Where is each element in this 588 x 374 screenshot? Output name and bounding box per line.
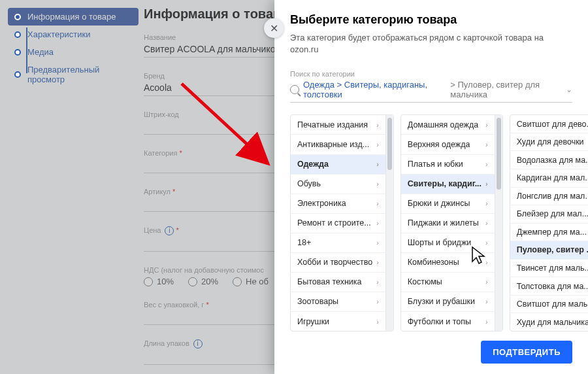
category-item[interactable]: Антикварные изд...› [291, 135, 385, 154]
confirm-button[interactable]: ПОДТВЕРДИТЬ [481, 341, 572, 364]
category-item[interactable]: Лонгслив для мал...› [510, 188, 588, 206]
category-item[interactable]: Худи для девочки› [510, 133, 588, 152]
category-item[interactable]: Электроника› [291, 194, 385, 214]
chevron-right-icon: › [485, 180, 488, 188]
chevron-right-icon: › [485, 318, 488, 326]
category-item[interactable]: Обувь› [291, 175, 385, 194]
category-item[interactable]: Джемпер для ма...› [510, 224, 588, 242]
category-search-input[interactable]: Одежда > Свитеры, кардиганы, толстовки >… [290, 80, 572, 103]
chevron-right-icon: › [376, 318, 379, 326]
breadcrumb: Одежда > Свитеры, кардиганы, толстовки [303, 80, 446, 99]
chevron-right-icon: › [376, 199, 379, 207]
category-item[interactable]: Твинсет для маль...› [510, 260, 588, 278]
category-item[interactable]: Костюмы› [401, 273, 495, 292]
category-item[interactable]: Хобби и творчество› [291, 253, 385, 273]
chevron-right-icon: › [376, 180, 379, 188]
chevron-right-icon: › [485, 160, 488, 168]
scrollbar[interactable] [385, 115, 393, 331]
chevron-right-icon: › [376, 160, 379, 168]
category-item[interactable]: Печатные издания› [291, 115, 385, 135]
category-item[interactable]: Блузки и рубашки› [401, 292, 495, 312]
category-column-1: Печатные издания›Антикварные изд...›Одеж… [290, 114, 394, 332]
category-item[interactable]: Домашняя одежда› [401, 115, 495, 135]
close-button[interactable]: ✕ [264, 18, 284, 38]
search-icon [290, 85, 299, 94]
chevron-right-icon: › [485, 298, 488, 305]
category-item[interactable]: Одежда› [291, 155, 385, 175]
chevron-right-icon: › [376, 121, 379, 129]
modal-title: Выберите категорию товара [290, 13, 572, 27]
chevron-right-icon: › [485, 258, 488, 266]
chevron-right-icon: › [376, 239, 379, 246]
category-item[interactable]: 18+› [291, 233, 385, 253]
category-item[interactable]: Комбинезоны› [401, 253, 495, 273]
category-item[interactable]: Свитшот для дево...› [510, 115, 588, 133]
chevron-right-icon: › [485, 278, 488, 286]
chevron-right-icon: › [485, 239, 488, 246]
chevron-right-icon: › [376, 141, 379, 148]
category-item[interactable]: Кардиган для мал...› [510, 169, 588, 188]
category-item[interactable]: Ремонт и строите...› [291, 214, 385, 233]
chevron-right-icon: › [485, 141, 488, 148]
category-item[interactable]: Свитшот для маль...› [510, 296, 588, 314]
chevron-right-icon: › [376, 219, 379, 227]
step-dot-icon [14, 49, 21, 56]
category-item[interactable]: Худи для мальчика› [510, 313, 588, 331]
category-item[interactable]: Толстовка для ма...› [510, 277, 588, 296]
close-icon: ✕ [270, 22, 278, 35]
category-item[interactable]: Водолазка для ма...› [510, 151, 588, 169]
chevron-right-icon: › [376, 258, 379, 266]
step-dot-icon [14, 31, 21, 38]
category-item[interactable]: Свитеры, кардиг...› [401, 175, 495, 194]
chevron-right-icon: › [376, 298, 379, 305]
category-item[interactable]: Пиджаки и жилеты› [401, 214, 495, 233]
category-item[interactable]: Платья и юбки› [401, 155, 495, 175]
category-item[interactable]: Зоотовары› [291, 292, 385, 312]
category-item[interactable]: Игрушки› [291, 312, 385, 331]
chevron-right-icon: › [485, 121, 488, 129]
scrollbar[interactable] [495, 115, 502, 331]
step-dot-icon [14, 14, 21, 20]
step-dot-icon [14, 71, 21, 78]
category-item[interactable]: Брюки и джинсы› [401, 194, 495, 214]
category-modal: ✕ Выберите категорию товара Эта категори… [274, 0, 588, 374]
category-item[interactable]: Футболки и топы› [401, 312, 495, 331]
category-item[interactable]: Блейзер для мал...› [510, 205, 588, 224]
category-item[interactable]: Бытовая техника› [291, 273, 385, 292]
breadcrumb-leaf: > Пуловер, свитер для мальчика [450, 80, 562, 99]
chevron-right-icon: › [485, 199, 488, 207]
chevron-right-icon: › [485, 219, 488, 227]
category-item[interactable]: Верхняя одежда› [401, 135, 495, 154]
category-item[interactable]: Пуловер, свитер ...› [510, 241, 588, 260]
chevron-right-icon: › [376, 278, 379, 286]
category-item[interactable]: Шорты и бриджи› [401, 233, 495, 253]
category-column-3: Свитшот для дево...›Худи для девочки›Вод… [510, 114, 588, 332]
category-columns: Печатные издания›Антикварные изд...›Одеж… [290, 114, 572, 332]
modal-subtitle: Эта категория будет отображаться рядом с… [290, 32, 572, 56]
chevron-down-icon[interactable]: ⌄ [566, 85, 572, 94]
search-label: Поиск по категории [290, 70, 572, 78]
category-column-2: Домашняя одежда›Верхняя одежда›Платья и … [400, 114, 503, 332]
